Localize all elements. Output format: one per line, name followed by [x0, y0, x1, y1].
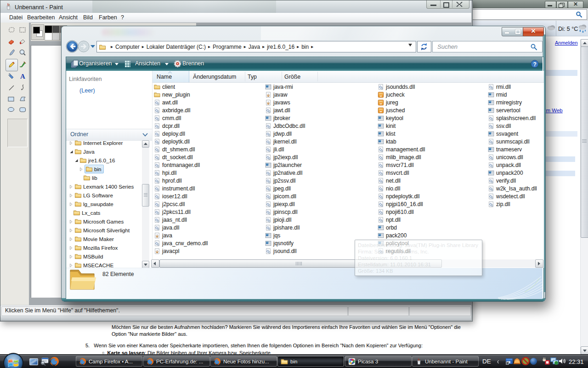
- svg-text:A: A: [20, 73, 25, 80]
- svg-text:?: ?: [533, 61, 537, 68]
